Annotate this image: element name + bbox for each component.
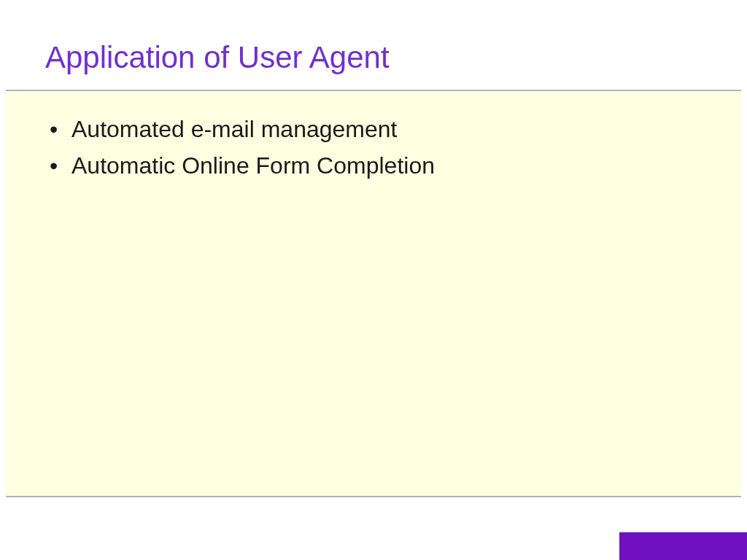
slide-title: Application of User Agent [0,0,747,90]
list-item: Automated e-mail management [42,112,719,147]
content-area: Automated e-mail management Automatic On… [6,91,741,496]
bullet-list: Automated e-mail management Automatic On… [42,112,719,183]
footer-accent [619,532,747,560]
bottom-divider [6,496,741,497]
list-item: Automatic Online Form Completion [42,148,719,183]
